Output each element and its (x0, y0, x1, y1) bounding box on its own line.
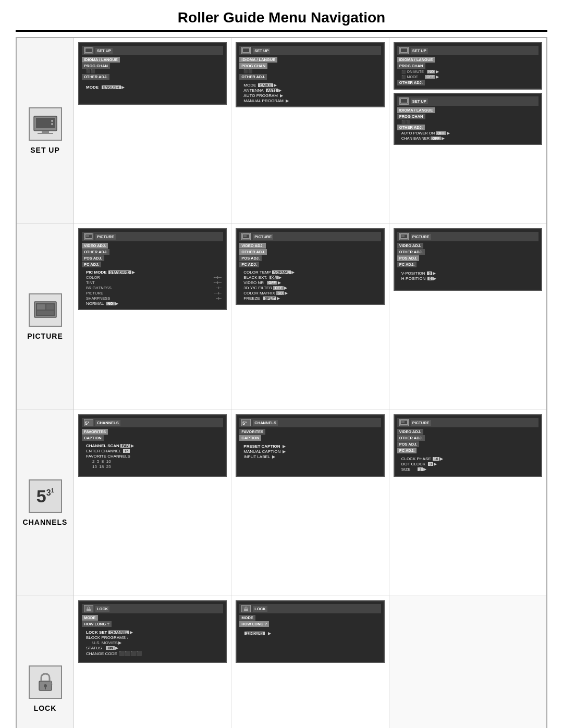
row-icon-lock: $ LOCK (17, 596, 74, 728)
setup-icon (29, 107, 62, 141)
svg-rect-27 (401, 235, 405, 237)
lock-icon: $ (29, 665, 62, 699)
svg-text:$: $ (50, 681, 53, 686)
row-lock: $ LOCK LOCK MODE HOW LONG ? (17, 596, 546, 728)
lock-panel-1: LOCK MODE HOW LONG ? LOCK SET CHANNEL▶ B… (74, 596, 231, 728)
channels-label: CHANNELS (23, 518, 68, 526)
setup-panels: SET UP IDIOMA / LANGUE PROG CHAN ⬛⬛ OTHE… (74, 38, 546, 224)
channels-panel-3: PICTURE VIDEO ADJ. OTHER ADJ. POS ADJ. P… (389, 410, 546, 596)
svg-rect-1 (36, 118, 55, 128)
setup-panel-2: SET UP IDIOMA / LANGUE PROG CHAN ⬛⬛ OTHE… (231, 38, 389, 224)
picture-icon (29, 293, 62, 327)
lock-label: LOCK (34, 704, 57, 712)
svg-rect-24 (243, 235, 247, 237)
channels-panel-2: 5³ CHANNELS FAVORITES CAPTION PRESET CAP… (231, 410, 389, 596)
setup-panel-1: SET UP IDIOMA / LANGUE PROG CHAN ⬛⬛ OTHE… (74, 38, 231, 224)
setup-label: SET UP (30, 146, 60, 154)
picture-panel-1: PICTURE VIDEO ADJ. OTHER ADJ. POS ADJ. P… (74, 224, 231, 410)
svg-rect-9 (243, 48, 249, 52)
svg-rect-18 (37, 311, 54, 315)
svg-rect-16 (37, 304, 45, 310)
row-icon-setup: SET UP (17, 38, 74, 224)
svg-rect-7 (85, 48, 92, 52)
svg-rect-3 (38, 133, 53, 134)
svg-point-4 (51, 120, 53, 122)
lock-panel-2: LOCK MODE HOW LONG ? 12HOURS ▶ (231, 596, 389, 728)
picture-panel-3: PICTURE VIDEO ADJ. OTHER ADJ. POS ADJ. P… (389, 224, 546, 410)
svg-rect-38 (244, 609, 248, 611)
page-title: Roller Guide Menu Navigation (16, 0, 547, 32)
setup-panel-3: SET UP IDIOMA / LANGUE PROG CHAN ⬛ ON MU… (389, 38, 546, 224)
lock-panel-3 (389, 596, 546, 728)
picture-panels: PICTURE VIDEO ADJ. OTHER ADJ. POS ADJ. P… (74, 224, 546, 410)
svg-rect-32 (401, 421, 405, 423)
row-picture: PICTURE PICTURE VIDEO ADJ. OTHER ADJ. PO… (17, 224, 546, 410)
svg-rect-11 (401, 48, 407, 52)
row-setup: SET UP SET UP IDIOMA / LANGUE PROG CHAN … (17, 38, 546, 224)
main-content: SET UP SET UP IDIOMA / LANGUE PROG CHAN … (16, 37, 547, 728)
svg-rect-13 (401, 99, 407, 103)
svg-point-34 (44, 684, 47, 687)
channels-panel-1: 5³ CHANNELS FAVORITES CAPTION CHANNEL SC… (74, 410, 231, 596)
svg-text:5³: 5³ (85, 421, 89, 426)
svg-rect-21 (86, 235, 89, 237)
picture-panel-2: PICTURE VIDEO ADJ. OTHER ADJ. POS ADJ. P… (231, 224, 389, 410)
svg-point-5 (51, 123, 53, 125)
lock-panels: LOCK MODE HOW LONG ? LOCK SET CHANNEL▶ B… (74, 596, 546, 728)
svg-rect-37 (87, 609, 91, 611)
channels-panels: 5³ CHANNELS FAVORITES CAPTION CHANNEL SC… (74, 410, 546, 596)
row-icon-channels: 531 CHANNELS (17, 410, 74, 596)
svg-text:5³: 5³ (242, 421, 247, 426)
svg-rect-2 (42, 131, 49, 133)
row-icon-picture: PICTURE (17, 224, 74, 410)
svg-rect-17 (46, 304, 54, 310)
channels-icon: 531 (29, 479, 62, 513)
picture-label: PICTURE (27, 332, 63, 340)
row-channels: 531 CHANNELS 5³ CHANNELS FAVORITES CAPTI… (17, 410, 546, 596)
